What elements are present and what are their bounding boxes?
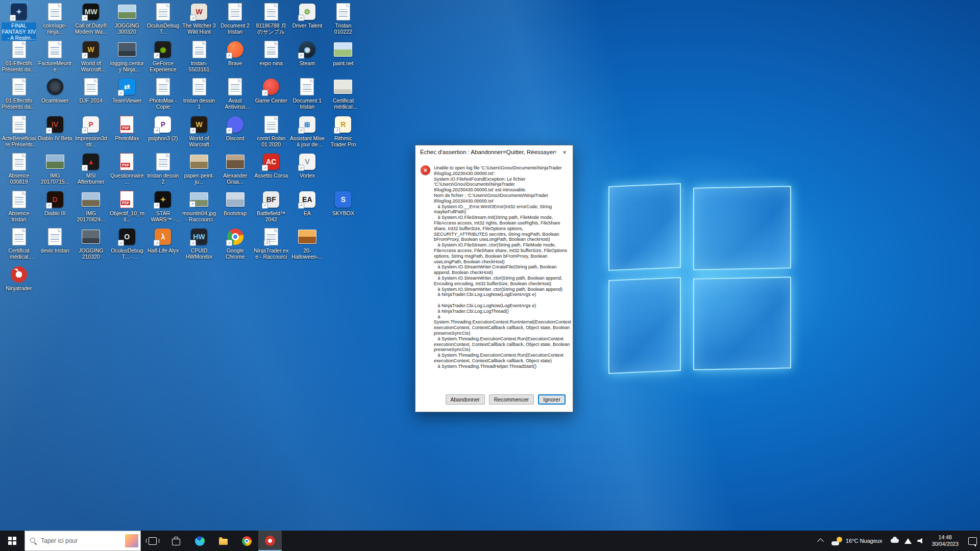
desktop-icon[interactable]: ◉Steam — [289, 40, 325, 66]
taskbar-clock[interactable]: 14:48 30/04/2023 — [929, 531, 961, 551]
desktop-icon[interactable]: WThe Witcher 3 Wild Hunt — [181, 3, 217, 35]
desktop-icon[interactable]: ActeBénéficiaire Présents dans ... — [1, 115, 37, 147]
desktop-icon[interactable]: papier-peint-ju... — [181, 153, 217, 185]
desktop-icon-label: Rithmic Trader Pro — [326, 135, 360, 147]
desktop-icon[interactable]: IVDiablo IV Beta — [37, 115, 73, 141]
desktop-icon[interactable]: Avast Antivirus Gratuit — [217, 78, 253, 110]
desktop-icon[interactable]: MWCall of Duty® Modern Wa... — [73, 3, 109, 35]
desktop-icon[interactable]: devis tristan — [37, 228, 73, 254]
desktop-icon[interactable]: expo nina — [253, 40, 289, 66]
desktop-icon[interactable]: coloriage-ninja... — [37, 3, 73, 35]
desktop-icon[interactable]: OOculusDebugT... - Raccourci — [109, 228, 145, 260]
desktop-icon[interactable]: λHalf-Life Alyx — [145, 228, 181, 254]
desktop-icon[interactable]: ⇄TeamViewer — [109, 78, 145, 104]
desktop-icon[interactable]: Ninjatrader — [1, 265, 37, 291]
desktop-icon[interactable]: Absence tristan — [1, 190, 37, 222]
desktop-icon[interactable]: ACAssetto Corsa — [253, 153, 289, 179]
retry-button[interactable]: Recommencer — [489, 394, 534, 405]
desktop-icon[interactable]: PDFQuestionnaire ... — [109, 153, 145, 185]
onedrive-icon[interactable] — [891, 539, 899, 543]
desktop-icon[interactable]: FactureMeurtre — [37, 40, 73, 72]
desktop-icon-label: JOGGING 210320 — [74, 247, 108, 260]
taskbar-search[interactable]: Taper ici pour — [24, 531, 141, 551]
desktop-icon[interactable]: HWCPUID HWMonitor — [181, 228, 217, 260]
desktop-icon[interactable]: WWorld of Warcraft — [181, 115, 217, 147]
desktop-icon[interactable]: Document 2 tristan — [217, 3, 253, 35]
desktop-icon[interactable]: tristan-5503161 — [181, 40, 217, 72]
network-icon[interactable] — [904, 538, 912, 544]
desktop-icon[interactable]: Certificat médical 030219.jpeg — [325, 78, 361, 110]
hidden-icons-chevron[interactable] — [817, 538, 824, 545]
desktop-icon[interactable]: logging.century Ninja 300620 — [109, 40, 145, 72]
ninjatrader-taskbar-button[interactable] — [258, 531, 282, 551]
desktop-icon[interactable]: Google Chrome — [217, 228, 253, 260]
start-button[interactable] — [0, 531, 24, 551]
abort-button[interactable]: Abandonner — [446, 394, 485, 405]
desktop-icon[interactable]: PDFPhotoMax — [109, 115, 145, 141]
desktop-icon[interactable]: Discord — [217, 115, 253, 141]
desktop-icon[interactable]: Bootstrap — [217, 190, 253, 216]
desktop-icon[interactable]: paint.net — [325, 40, 361, 66]
desktop-icon[interactable]: tristan dessin 1 — [181, 78, 217, 110]
ignore-button[interactable]: Ignorer — [538, 394, 566, 405]
desktop-icon[interactable]: PImpression3dstr... — [73, 115, 109, 147]
task-view-taskbar-button[interactable] — [141, 531, 164, 551]
file-explorer-taskbar-button[interactable] — [211, 531, 235, 551]
desktop-icon[interactable]: EAEA — [289, 190, 325, 216]
desktop-icon[interactable]: WWorld of Warcraft Class... — [73, 40, 109, 72]
desktop-icon[interactable]: IMG 20170824... — [73, 190, 109, 222]
desktop-icon[interactable]: PhotoMax - Copie — [145, 78, 181, 110]
action-center-icon[interactable] — [968, 537, 977, 545]
desktop-icon[interactable]: RRithmic Trader Pro — [325, 115, 361, 147]
dialog-titlebar[interactable]: Échec d'assertion : Abandonner=Quitter, … — [415, 145, 573, 159]
search-highlight-image[interactable] — [125, 534, 138, 547]
desktop-icon[interactable]: Absence 030819 — [1, 153, 37, 185]
desktop-icon[interactable]: Game Center — [253, 78, 289, 104]
desktop-icon[interactable]: Document 1 tristan — [289, 78, 325, 110]
ffxiv-icon: ✦ — [11, 4, 27, 20]
desktop-icon[interactable]: JOGGING 210320 — [73, 228, 109, 260]
desktop-icon-label: PhotoMax — [110, 135, 144, 141]
close-button[interactable]: × — [556, 145, 573, 159]
microsoft-store-taskbar-button[interactable] — [164, 531, 188, 551]
desktop-icon[interactable]: Brave — [217, 40, 253, 66]
clock-date: 30/04/2023 — [932, 541, 959, 547]
desktop-icon[interactable]: OculusDebugT... — [145, 3, 181, 35]
edge-icon — [195, 536, 205, 546]
desktop-icon[interactable]: SSKYBOX — [325, 190, 361, 216]
desktop-icon[interactable]: Ppsiphon3 (2) — [145, 115, 181, 141]
desktop-icon[interactable]: Alexander Graa... — [217, 153, 253, 185]
desktop-icon[interactable]: BFBattlefield™ 2042 — [253, 190, 289, 222]
desktop-icon[interactable]: 01 Effectifs Présents dans ... — [1, 78, 37, 110]
desktop-icon[interactable]: PDFObjectif_10_mil... — [109, 190, 145, 222]
desktop-icon[interactable]: ✦FINAL FANTASY XIV - A Realm Reborn — [1, 3, 37, 41]
desktop-icon[interactable]: VVortex — [289, 153, 325, 179]
google-chrome-taskbar-button[interactable] — [235, 531, 258, 551]
desktop-icon[interactable]: ⊞Assistant Mise à jour de Windo... — [289, 115, 325, 147]
volume-icon[interactable] — [917, 538, 924, 544]
desktop-icon[interactable]: ◉GeForce Experience — [145, 40, 181, 72]
desktop-icon[interactable]: 01-Effectifs Présents dans ... — [1, 40, 37, 72]
desktop-icon[interactable]: NinjaTrader.exe - Raccourci — [253, 228, 289, 260]
desktop-icon[interactable]: IMG 20170715... — [37, 153, 73, 185]
desktop-icon[interactable]: Tristan 010222 — [325, 3, 361, 35]
weather-widget[interactable]: 16°C Nuageux — [828, 531, 886, 551]
desktop-icon-label: Driver Talent — [290, 22, 325, 29]
game-center-icon — [263, 79, 279, 95]
desktop-icon[interactable]: ✦STAR WARS™ - Squadrons — [145, 190, 181, 222]
microsoft-edge-taskbar-button[interactable] — [188, 531, 211, 551]
desktop-icon[interactable]: 20-Halloween-... — [289, 228, 325, 260]
desktop-icon-label: OculusDebugT... - Raccourci — [110, 247, 144, 260]
desktop-icon[interactable]: tristan dessin 2 — [145, 153, 181, 185]
desktop-icon[interactable]: DJF 2014 — [73, 78, 109, 104]
desktop-icon[interactable]: ⚙Driver Talent — [289, 3, 325, 29]
desktop-icon[interactable]: contrl Robin 01 2020 — [253, 115, 289, 147]
desktop-icon[interactable]: Certificat médical 291118 — [1, 228, 37, 260]
desktop-icon[interactable]: mountin04.jpg - Raccourci — [181, 190, 217, 222]
desktop-icon[interactable]: DDiablo III — [37, 190, 73, 216]
desktop-icon[interactable]: JOGGING 300320 — [109, 3, 145, 35]
desktop-icon[interactable]: ▲MSI Afterburner — [73, 153, 109, 185]
desktop-icon-label: EA — [290, 210, 325, 216]
desktop-icon[interactable]: Ocamtower — [37, 78, 73, 104]
desktop-icon[interactable]: 81186788 月のサンプル — [253, 3, 289, 35]
